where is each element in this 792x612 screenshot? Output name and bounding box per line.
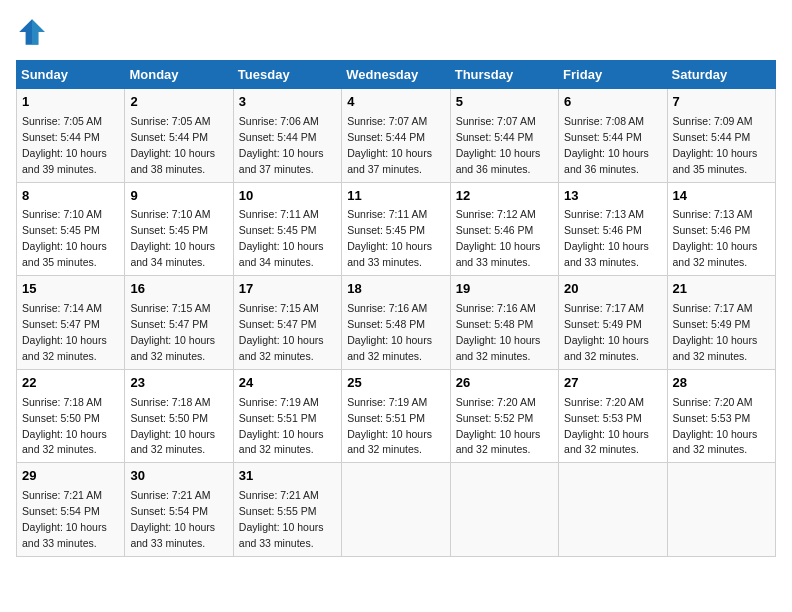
sunrise-text: Sunrise: 7:12 AM: [456, 208, 536, 220]
daylight-label: Daylight: 10 hours and 32 minutes.: [130, 428, 215, 456]
daylight-label: Daylight: 10 hours and 32 minutes.: [456, 428, 541, 456]
sunrise-text: Sunrise: 7:10 AM: [130, 208, 210, 220]
daylight-label: Daylight: 10 hours and 33 minutes.: [564, 240, 649, 268]
calendar-cell: 31Sunrise: 7:21 AMSunset: 5:55 PMDayligh…: [233, 463, 341, 557]
calendar-cell: 24Sunrise: 7:19 AMSunset: 5:51 PMDayligh…: [233, 369, 341, 463]
sunset-text: Sunset: 5:50 PM: [22, 412, 100, 424]
daylight-label: Daylight: 10 hours and 32 minutes.: [673, 240, 758, 268]
daylight-label: Daylight: 10 hours and 32 minutes.: [673, 334, 758, 362]
daylight-label: Daylight: 10 hours and 34 minutes.: [239, 240, 324, 268]
day-number: 16: [130, 280, 227, 299]
day-number: 24: [239, 374, 336, 393]
day-number: 3: [239, 93, 336, 112]
sunset-text: Sunset: 5:44 PM: [130, 131, 208, 143]
calendar-cell: 8Sunrise: 7:10 AMSunset: 5:45 PMDaylight…: [17, 182, 125, 276]
day-number: 1: [22, 93, 119, 112]
sunrise-text: Sunrise: 7:05 AM: [130, 115, 210, 127]
sunset-text: Sunset: 5:49 PM: [564, 318, 642, 330]
calendar-cell: 28Sunrise: 7:20 AMSunset: 5:53 PMDayligh…: [667, 369, 775, 463]
sunset-text: Sunset: 5:45 PM: [22, 224, 100, 236]
sunset-text: Sunset: 5:46 PM: [456, 224, 534, 236]
sunset-text: Sunset: 5:44 PM: [673, 131, 751, 143]
svg-marker-1: [32, 19, 45, 45]
day-number: 2: [130, 93, 227, 112]
calendar-cell: 19Sunrise: 7:16 AMSunset: 5:48 PMDayligh…: [450, 276, 558, 370]
calendar-cell: 15Sunrise: 7:14 AMSunset: 5:47 PMDayligh…: [17, 276, 125, 370]
sunset-text: Sunset: 5:48 PM: [347, 318, 425, 330]
calendar-cell: 16Sunrise: 7:15 AMSunset: 5:47 PMDayligh…: [125, 276, 233, 370]
calendar-cell: 12Sunrise: 7:12 AMSunset: 5:46 PMDayligh…: [450, 182, 558, 276]
sunrise-text: Sunrise: 7:11 AM: [347, 208, 427, 220]
calendar-cell: 1Sunrise: 7:05 AMSunset: 5:44 PMDaylight…: [17, 89, 125, 183]
day-number: 8: [22, 187, 119, 206]
calendar-table: SundayMondayTuesdayWednesdayThursdayFrid…: [16, 60, 776, 557]
sunrise-text: Sunrise: 7:05 AM: [22, 115, 102, 127]
calendar-cell: 23Sunrise: 7:18 AMSunset: 5:50 PMDayligh…: [125, 369, 233, 463]
daylight-label: Daylight: 10 hours and 35 minutes.: [22, 240, 107, 268]
sunrise-text: Sunrise: 7:09 AM: [673, 115, 753, 127]
header-wednesday: Wednesday: [342, 61, 450, 89]
sunset-text: Sunset: 5:47 PM: [130, 318, 208, 330]
calendar-cell: [667, 463, 775, 557]
calendar-cell: 14Sunrise: 7:13 AMSunset: 5:46 PMDayligh…: [667, 182, 775, 276]
header-sunday: Sunday: [17, 61, 125, 89]
sunset-text: Sunset: 5:45 PM: [239, 224, 317, 236]
day-number: 21: [673, 280, 770, 299]
sunrise-text: Sunrise: 7:17 AM: [564, 302, 644, 314]
day-number: 7: [673, 93, 770, 112]
daylight-label: Daylight: 10 hours and 33 minutes.: [347, 240, 432, 268]
sunrise-text: Sunrise: 7:13 AM: [564, 208, 644, 220]
calendar-week-row: 8Sunrise: 7:10 AMSunset: 5:45 PMDaylight…: [17, 182, 776, 276]
day-number: 27: [564, 374, 661, 393]
day-number: 30: [130, 467, 227, 486]
sunset-text: Sunset: 5:48 PM: [456, 318, 534, 330]
sunrise-text: Sunrise: 7:11 AM: [239, 208, 319, 220]
daylight-label: Daylight: 10 hours and 37 minutes.: [347, 147, 432, 175]
calendar-cell: 6Sunrise: 7:08 AMSunset: 5:44 PMDaylight…: [559, 89, 667, 183]
day-number: 31: [239, 467, 336, 486]
daylight-label: Daylight: 10 hours and 32 minutes.: [564, 334, 649, 362]
calendar-cell: 20Sunrise: 7:17 AMSunset: 5:49 PMDayligh…: [559, 276, 667, 370]
daylight-label: Daylight: 10 hours and 34 minutes.: [130, 240, 215, 268]
daylight-label: Daylight: 10 hours and 32 minutes.: [347, 428, 432, 456]
daylight-label: Daylight: 10 hours and 32 minutes.: [239, 334, 324, 362]
daylight-label: Daylight: 10 hours and 33 minutes.: [456, 240, 541, 268]
calendar-week-row: 1Sunrise: 7:05 AMSunset: 5:44 PMDaylight…: [17, 89, 776, 183]
sunset-text: Sunset: 5:46 PM: [564, 224, 642, 236]
sunrise-text: Sunrise: 7:16 AM: [347, 302, 427, 314]
calendar-cell: 27Sunrise: 7:20 AMSunset: 5:53 PMDayligh…: [559, 369, 667, 463]
calendar-cell: 13Sunrise: 7:13 AMSunset: 5:46 PMDayligh…: [559, 182, 667, 276]
sunset-text: Sunset: 5:50 PM: [130, 412, 208, 424]
daylight-label: Daylight: 10 hours and 35 minutes.: [673, 147, 758, 175]
header-saturday: Saturday: [667, 61, 775, 89]
daylight-label: Daylight: 10 hours and 36 minutes.: [456, 147, 541, 175]
calendar-cell: 29Sunrise: 7:21 AMSunset: 5:54 PMDayligh…: [17, 463, 125, 557]
sunrise-text: Sunrise: 7:07 AM: [347, 115, 427, 127]
sunrise-text: Sunrise: 7:20 AM: [564, 396, 644, 408]
day-number: 12: [456, 187, 553, 206]
logo-icon: [16, 16, 48, 48]
calendar-cell: 11Sunrise: 7:11 AMSunset: 5:45 PMDayligh…: [342, 182, 450, 276]
page-header: [16, 16, 776, 48]
daylight-label: Daylight: 10 hours and 32 minutes.: [22, 428, 107, 456]
daylight-label: Daylight: 10 hours and 38 minutes.: [130, 147, 215, 175]
sunrise-text: Sunrise: 7:21 AM: [239, 489, 319, 501]
daylight-label: Daylight: 10 hours and 33 minutes.: [130, 521, 215, 549]
sunset-text: Sunset: 5:44 PM: [239, 131, 317, 143]
sunset-text: Sunset: 5:44 PM: [22, 131, 100, 143]
sunset-text: Sunset: 5:53 PM: [564, 412, 642, 424]
daylight-label: Daylight: 10 hours and 33 minutes.: [22, 521, 107, 549]
sunset-text: Sunset: 5:51 PM: [239, 412, 317, 424]
sunset-text: Sunset: 5:46 PM: [673, 224, 751, 236]
sunset-text: Sunset: 5:45 PM: [130, 224, 208, 236]
daylight-label: Daylight: 10 hours and 32 minutes.: [239, 428, 324, 456]
sunrise-text: Sunrise: 7:19 AM: [347, 396, 427, 408]
daylight-label: Daylight: 10 hours and 36 minutes.: [564, 147, 649, 175]
header-friday: Friday: [559, 61, 667, 89]
sunrise-text: Sunrise: 7:17 AM: [673, 302, 753, 314]
day-number: 22: [22, 374, 119, 393]
sunrise-text: Sunrise: 7:18 AM: [22, 396, 102, 408]
day-number: 11: [347, 187, 444, 206]
day-number: 26: [456, 374, 553, 393]
sunrise-text: Sunrise: 7:20 AM: [673, 396, 753, 408]
